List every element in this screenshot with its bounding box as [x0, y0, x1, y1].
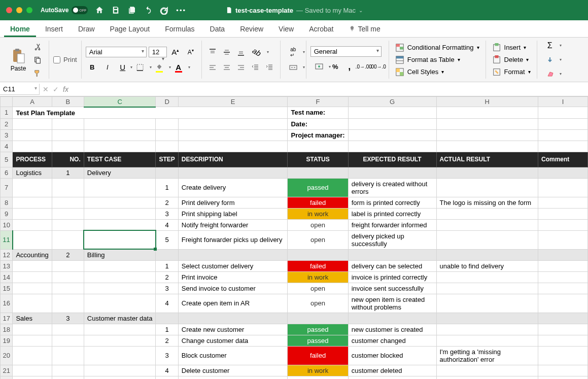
col-header-D[interactable]: D: [156, 97, 178, 107]
cell-H22[interactable]: [436, 376, 538, 379]
tab-formulas[interactable]: Formulas: [159, 21, 200, 37]
step-no[interactable]: 2: [156, 197, 178, 208]
more-icon[interactable]: •••: [176, 7, 186, 14]
row-header-19[interactable]: 19: [1, 335, 13, 346]
tab-view[interactable]: View: [272, 21, 300, 37]
cell-C16[interactable]: [84, 294, 156, 313]
row-header-2[interactable]: 2: [1, 118, 13, 129]
bold-button[interactable]: B: [86, 61, 99, 74]
group-testcase[interactable]: Billing: [84, 249, 156, 260]
cell-H4[interactable]: [436, 141, 538, 152]
step-expected[interactable]: delivery is created without errors: [348, 178, 436, 197]
step-status[interactable]: open: [288, 294, 348, 313]
cell-D22[interactable]: [156, 376, 178, 379]
align-bottom-button[interactable]: [234, 46, 248, 59]
redo-icon[interactable]: [160, 6, 169, 15]
step-actual[interactable]: [436, 230, 538, 249]
decrease-decimal-button[interactable]: .00→.0: [371, 60, 385, 73]
step-actual[interactable]: unable to find delivery: [436, 260, 538, 271]
step-no[interactable]: 5: [156, 230, 178, 249]
select-all-corner[interactable]: [1, 97, 13, 107]
hdr-step[interactable]: STEP: [156, 152, 178, 167]
row-header-12[interactable]: 12: [1, 249, 13, 260]
cell-G22[interactable]: [348, 376, 436, 379]
tab-page-layout[interactable]: Page Layout: [104, 21, 156, 37]
decrease-indent-button[interactable]: [249, 61, 262, 74]
spreadsheet-grid[interactable]: ABCDEFGHI1Test Plan TemplateTest name:2D…: [0, 96, 588, 379]
cell-E22[interactable]: [178, 376, 288, 379]
hdr-status[interactable]: STATUS: [288, 152, 348, 167]
cell-I2[interactable]: [538, 118, 587, 129]
row-header-14[interactable]: 14: [1, 271, 13, 283]
format-as-table-button[interactable]: Format as Table ▾: [393, 54, 481, 65]
tab-data[interactable]: Data: [204, 21, 231, 37]
undo-icon[interactable]: [144, 6, 153, 15]
cell-H2[interactable]: [436, 118, 538, 129]
step-status[interactable]: passed: [288, 324, 348, 335]
meta-value-1[interactable]: [348, 118, 436, 129]
step-desc[interactable]: Create open item in AR: [178, 294, 288, 313]
font-name-select[interactable]: Arial: [86, 47, 147, 57]
step-actual[interactable]: [436, 219, 538, 230]
group-process[interactable]: Accounting: [13, 249, 52, 260]
step-expected[interactable]: freight forwarder informed: [348, 219, 436, 230]
step-status[interactable]: passed: [288, 178, 348, 197]
close-window[interactable]: [6, 7, 12, 13]
tab-insert[interactable]: Insert: [39, 21, 69, 37]
format-painter-button[interactable]: [30, 67, 45, 79]
merge-button[interactable]: ▾: [285, 61, 302, 74]
cell-E3[interactable]: [178, 129, 288, 141]
step-desc[interactable]: Create delivery: [178, 178, 288, 197]
hdr-testcase[interactable]: TEST CASE: [84, 152, 156, 167]
col-header-B[interactable]: B: [52, 97, 84, 107]
step-status[interactable]: open: [288, 219, 348, 230]
cut-button[interactable]: [30, 41, 45, 52]
cell-E4[interactable]: [178, 141, 288, 152]
cell-I3[interactable]: [538, 129, 587, 141]
step-desc[interactable]: Print invoice: [178, 271, 288, 283]
increase-indent-button[interactable]: [263, 61, 276, 74]
underline-button[interactable]: U▾: [116, 61, 129, 74]
format-cells-button[interactable]: Format ▾: [490, 66, 533, 78]
step-no[interactable]: 1: [156, 260, 178, 271]
step-expected[interactable]: delivery picked up successfully: [348, 230, 436, 249]
col-header-C[interactable]: C: [84, 97, 156, 107]
step-desc[interactable]: Notify freight forwarder: [178, 219, 288, 230]
step-desc[interactable]: Change customer data: [178, 335, 288, 346]
step-expected[interactable]: label is printed correctly: [348, 208, 436, 219]
cancel-formula-icon[interactable]: ✕: [43, 85, 49, 93]
align-top-button[interactable]: [206, 46, 219, 59]
step-no[interactable]: 4: [156, 294, 178, 313]
group-no[interactable]: 1: [52, 167, 84, 178]
number-format-select[interactable]: General: [310, 46, 382, 57]
document-title[interactable]: test-case-template — Saved to my Mac ⌄: [225, 7, 363, 14]
group-no[interactable]: 2: [52, 249, 84, 260]
cell-B2[interactable]: [52, 118, 84, 129]
step-actual[interactable]: [436, 324, 538, 335]
cell-F22[interactable]: [288, 376, 348, 379]
delete-cells-button[interactable]: Delete ▾: [490, 54, 533, 65]
step-status[interactable]: in work: [288, 208, 348, 219]
hdr-desc[interactable]: DESCRIPTION: [178, 152, 288, 167]
print-checkbox[interactable]: Print: [53, 56, 77, 63]
tab-review[interactable]: Review: [234, 21, 269, 37]
step-no[interactable]: 2: [156, 335, 178, 346]
cell-A3[interactable]: [13, 129, 52, 141]
insert-cells-button[interactable]: Insert ▾: [490, 42, 533, 53]
step-actual[interactable]: [436, 271, 538, 283]
row-header-5[interactable]: 5: [1, 152, 13, 167]
hdr-expected[interactable]: EXPECTED RESULT: [348, 152, 436, 167]
step-status[interactable]: passed: [288, 335, 348, 346]
col-header-F[interactable]: F: [288, 97, 348, 107]
step-status[interactable]: in work: [288, 271, 348, 283]
step-expected[interactable]: new open item is created without problem…: [348, 294, 436, 313]
row-header-1[interactable]: 1: [1, 107, 13, 119]
step-expected[interactable]: customer deleted: [348, 365, 436, 376]
comma-button[interactable]: ,: [343, 60, 356, 73]
align-left-button[interactable]: [206, 61, 219, 74]
hdr-comment[interactable]: Comment: [538, 152, 587, 167]
col-header-I[interactable]: I: [538, 97, 587, 107]
step-status[interactable]: in work: [288, 365, 348, 376]
meta-label-0[interactable]: Test name:: [288, 107, 348, 119]
cell-H3[interactable]: [436, 129, 538, 141]
